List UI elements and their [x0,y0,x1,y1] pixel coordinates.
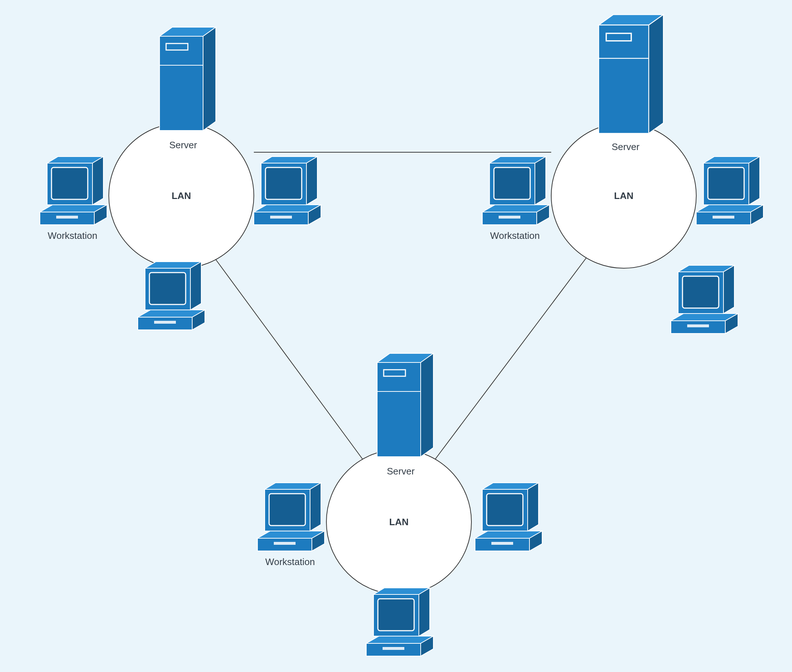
lan-label: LAN [172,190,191,202]
workstation-icon [138,262,205,330]
server-icon [160,27,216,131]
server-label: Server [387,466,415,477]
diagram-svg-layer [0,0,792,672]
link-tr-b [435,258,587,459]
lan-label: LAN [614,190,633,202]
server-label: Server [612,141,640,153]
server-icon [377,354,433,457]
workstation-icon [40,157,107,225]
workstation-icon [254,157,321,225]
link-tl-b [216,259,362,459]
diagram-canvas: LAN LAN LAN Server Server Server Worksta… [0,0,792,672]
workstation-icon [482,157,549,225]
server-label: Server [169,139,197,151]
workstation-icon [696,157,763,225]
workstation-icon [671,265,738,333]
workstation-label: Workstation [490,230,540,242]
workstation-icon [258,483,325,551]
workstation-label: Workstation [265,556,315,568]
lan-label: LAN [389,517,408,528]
workstation-label: Workstation [48,230,98,242]
workstation-icon [475,483,542,551]
workstation-icon [366,588,433,656]
server-icon [599,14,663,133]
